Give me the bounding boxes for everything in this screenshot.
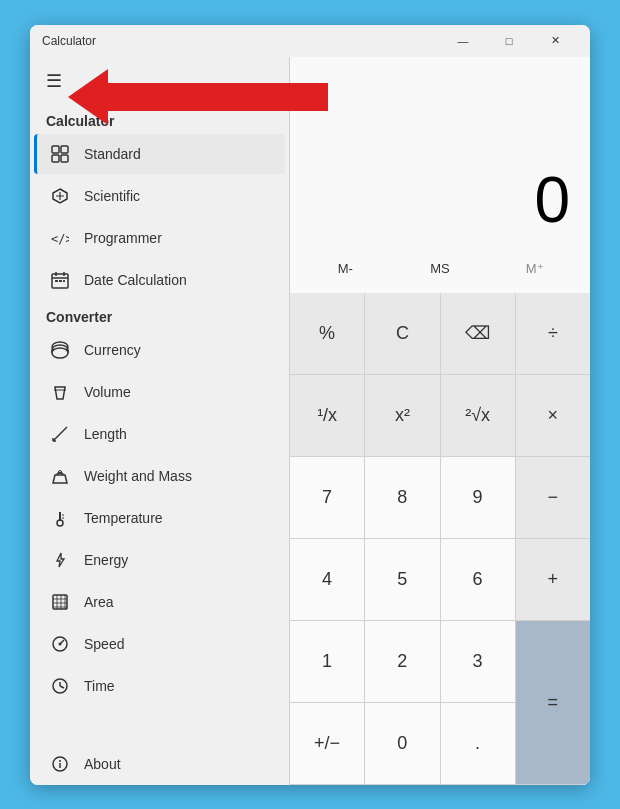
length-icon <box>50 424 70 444</box>
sidebar-item-programmer[interactable]: </> Programmer <box>34 218 285 258</box>
date-icon <box>50 270 70 290</box>
currency-label: Currency <box>84 342 141 358</box>
maximize-button[interactable]: □ <box>486 25 532 57</box>
svg-text:</>: </> <box>51 232 69 245</box>
sidebar-item-currency[interactable]: Currency <box>34 330 285 370</box>
weight-icon <box>50 466 70 486</box>
svg-point-40 <box>59 760 61 762</box>
memory-minus-button[interactable]: M- <box>298 249 393 289</box>
temperature-icon <box>50 508 70 528</box>
svg-rect-2 <box>52 155 59 162</box>
display-value: 0 <box>534 163 570 237</box>
svg-rect-11 <box>63 280 65 282</box>
weight-label: Weight and Mass <box>84 468 192 484</box>
add-button[interactable]: + <box>516 539 590 620</box>
backspace-button[interactable]: ⌫ <box>441 293 515 374</box>
zero-button[interactable]: 0 <box>365 703 439 784</box>
display-area: 0 <box>290 57 590 245</box>
svg-point-34 <box>59 642 62 645</box>
divide-button[interactable]: ÷ <box>516 293 590 374</box>
scientific-icon <box>50 186 70 206</box>
calculator-window: Calculator — □ ✕ ☰ Calculator <box>30 25 590 785</box>
sidebar-item-temperature[interactable]: Temperature <box>34 498 285 538</box>
energy-label: Energy <box>84 552 128 568</box>
programmer-icon: </> <box>50 228 70 248</box>
volume-label: Volume <box>84 384 131 400</box>
temperature-label: Temperature <box>84 510 163 526</box>
programmer-label: Programmer <box>84 230 162 246</box>
standard-icon <box>50 144 70 164</box>
sqrt-button[interactable]: ²√x <box>441 375 515 456</box>
about-icon <box>50 754 70 774</box>
length-label: Length <box>84 426 127 442</box>
standard-label: Standard <box>84 146 141 162</box>
energy-icon <box>50 550 70 570</box>
five-button[interactable]: 5 <box>365 539 439 620</box>
four-button[interactable]: 4 <box>290 539 364 620</box>
speed-label: Speed <box>84 636 124 652</box>
minimize-button[interactable]: — <box>440 25 486 57</box>
negate-button[interactable]: +/− <box>290 703 364 784</box>
eight-button[interactable]: 8 <box>365 457 439 538</box>
svg-rect-9 <box>55 280 58 282</box>
section-converter-title: Converter <box>30 301 289 329</box>
close-button[interactable]: ✕ <box>532 25 578 57</box>
svg-line-18 <box>53 427 67 441</box>
date-label: Date Calculation <box>84 272 187 288</box>
sidebar-item-scientific[interactable]: Scientific <box>34 176 285 216</box>
percent-button[interactable]: % <box>290 293 364 374</box>
main-area: ☰ Calculator Standard <box>30 57 590 785</box>
section-calculator-title: Calculator <box>30 105 289 133</box>
memory-store-button[interactable]: MS <box>393 249 488 289</box>
sidebar-item-speed[interactable]: Speed <box>34 624 285 664</box>
svg-rect-0 <box>52 146 59 153</box>
currency-icon <box>50 340 70 360</box>
content-area: 0 M- MS M⁺ % C ⌫ ¹/x <box>290 57 590 785</box>
titlebar: Calculator — □ ✕ <box>30 25 590 57</box>
subtract-button[interactable]: − <box>516 457 590 538</box>
sidebar-item-date[interactable]: Date Calculation <box>34 260 285 300</box>
area-icon <box>50 592 70 612</box>
scientific-label: Scientific <box>84 188 140 204</box>
sidebar-header: ☰ <box>30 57 289 105</box>
speed-icon <box>50 634 70 654</box>
time-icon <box>50 676 70 696</box>
volume-icon <box>50 382 70 402</box>
seven-button[interactable]: 7 <box>290 457 364 538</box>
sidebar-item-length[interactable]: Length <box>34 414 285 454</box>
equals-button[interactable]: = <box>516 621 590 784</box>
six-button[interactable]: 6 <box>441 539 515 620</box>
sidebar-item-about[interactable]: About <box>34 744 285 784</box>
sidebar-item-area[interactable]: Area <box>34 582 285 622</box>
calc-grid: % C ⌫ ¹/x x² ²√x ÷ 7 8 9 × 4 5 6 <box>290 293 590 785</box>
one-button[interactable]: 1 <box>290 621 364 702</box>
square-button[interactable]: x² <box>365 375 439 456</box>
hamburger-button[interactable]: ☰ <box>42 66 66 96</box>
nine-button[interactable]: 9 <box>441 457 515 538</box>
svg-rect-10 <box>59 280 62 282</box>
svg-rect-1 <box>61 146 68 153</box>
sidebar-item-standard[interactable]: Standard <box>34 134 285 174</box>
time-label: Time <box>84 678 115 694</box>
multiply-button[interactable]: × <box>516 375 590 456</box>
clear-button[interactable]: C <box>365 293 439 374</box>
area-label: Area <box>84 594 114 610</box>
sidebar-item-time[interactable]: Time <box>34 666 285 706</box>
svg-rect-3 <box>61 155 68 162</box>
memory-plus-button[interactable]: M⁺ <box>487 249 582 289</box>
svg-point-16 <box>52 348 68 358</box>
sidebar-item-energy[interactable]: Energy <box>34 540 285 580</box>
two-button[interactable]: 2 <box>365 621 439 702</box>
sidebar-item-volume[interactable]: Volume <box>34 372 285 412</box>
svg-line-37 <box>60 686 64 688</box>
decimal-button[interactable]: . <box>441 703 515 784</box>
memory-row: M- MS M⁺ <box>290 245 590 293</box>
sidebar-item-weight[interactable]: Weight and Mass <box>34 456 285 496</box>
window-controls: — □ ✕ <box>440 25 578 57</box>
reciprocal-button[interactable]: ¹/x <box>290 375 364 456</box>
sidebar: ☰ Calculator Standard <box>30 57 290 785</box>
about-label: About <box>84 756 121 772</box>
window-title: Calculator <box>42 34 96 48</box>
three-button[interactable]: 3 <box>441 621 515 702</box>
